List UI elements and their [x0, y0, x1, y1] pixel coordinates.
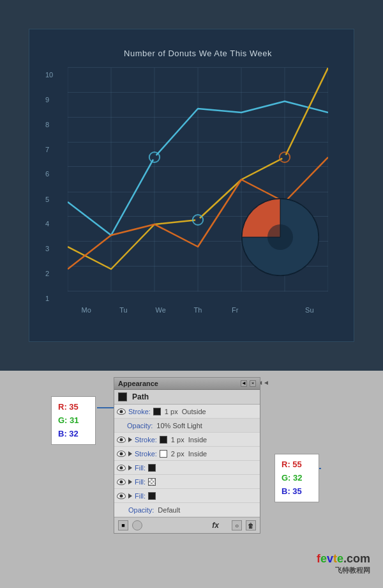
panel-title: Appearance [118, 380, 158, 387]
y-label-4: 4 [45, 220, 49, 228]
x-label-fr: Fr [216, 306, 253, 314]
fill-row-1: Fill: [114, 461, 260, 475]
svg-point-12 [282, 155, 287, 160]
toolbar-add-btn[interactable]: ○ [232, 520, 242, 530]
arrow-icon-5 [128, 479, 132, 484]
opacity-detail-1: 10% Soft Light [156, 422, 202, 429]
opacity-row-1: Opacity: 10% Soft Light [114, 419, 260, 433]
opacity-detail-2: Default [158, 506, 180, 514]
r-value-left: R: 35 [58, 401, 89, 414]
fill-row-3: Fill: [114, 489, 260, 503]
stroke-row-2: Stroke: 1 px Inside [114, 433, 260, 447]
stroke-label-2: Stroke: [135, 436, 157, 444]
stroke-swatch-2 [160, 436, 167, 444]
appearance-panel: Appearance ◄ × Path Stroke: 1 px Outside… [114, 377, 260, 534]
b-value-right: B: 35 [282, 485, 312, 499]
eye-icon-5[interactable] [117, 479, 126, 485]
panel-close-btn[interactable]: × [250, 380, 256, 387]
fill-label-2: Fill: [135, 478, 146, 486]
fill-swatch-1 [148, 464, 156, 472]
toolbar-delete-btn[interactable]: 🗑 [246, 520, 256, 530]
y-label-1: 1 [45, 295, 49, 302]
chart-area: 10 9 8 7 6 5 4 3 2 1 [68, 68, 328, 291]
x-label-mo: Mo [68, 306, 105, 314]
eye-icon-1[interactable] [117, 408, 126, 415]
arrow-icon-3 [128, 451, 132, 456]
stroke-label-3: Stroke: [135, 450, 157, 458]
chart-container: Number of Donuts We Ate This Week 10 9 8… [29, 29, 354, 342]
opacity-row-2: Opacity: Default [114, 503, 260, 517]
fill-row-2: Fill: [114, 475, 260, 489]
x-label-sa [253, 306, 290, 314]
panel-collapse-btn[interactable]: ◄ [241, 380, 247, 387]
eye-icon-4[interactable] [117, 465, 126, 471]
g-value-left: G: 31 [58, 414, 89, 428]
stroke-detail-2: 1 px Inside [171, 436, 207, 444]
stroke-swatch-1 [153, 408, 161, 415]
connector-line-left [97, 407, 115, 408]
eye-icon-6[interactable] [117, 493, 126, 499]
stroke-detail-1: 1 px Outside [165, 408, 206, 415]
r-value-right: R: 55 [282, 458, 312, 472]
opacity-label-1: Opacity: [127, 422, 153, 429]
panel-titlebar: Appearance ◄ × [114, 378, 260, 390]
svg-point-8 [152, 155, 157, 160]
fill-label-1: Fill: [135, 464, 146, 472]
toolbar-square-btn[interactable]: ■ [118, 520, 128, 530]
stroke-swatch-3 [160, 450, 167, 458]
fx-label[interactable]: fx [212, 521, 219, 530]
y-label-6: 6 [45, 170, 49, 178]
arrow-icon-6 [128, 493, 132, 499]
svg-point-14 [267, 224, 293, 250]
stroke-row-3: Stroke: 2 px Inside [114, 447, 260, 461]
y-label-9: 9 [45, 96, 49, 104]
watermark-site: fevte.com [317, 552, 370, 565]
x-label-th: Th [179, 306, 216, 314]
opacity-label-2: Opacity: [128, 506, 154, 514]
stroke-detail-3: 2 px Inside [171, 450, 207, 458]
fill-swatch-2 [148, 478, 156, 486]
x-label-tu: Tu [105, 306, 142, 314]
color-box-left: R: 35 G: 31 B: 32 [51, 396, 96, 445]
chart-title: Number of Donuts We Ate This Week [68, 49, 328, 58]
fill-swatch-3 [148, 492, 156, 500]
y-label-2: 2 [45, 270, 49, 277]
arrow-icon-2 [128, 437, 132, 442]
g-value-right: G: 32 [282, 472, 312, 485]
path-row: Path [114, 390, 260, 405]
stroke-label-1: Stroke: [128, 408, 151, 415]
path-label: Path [132, 392, 149, 401]
color-box-right: R: 55 G: 32 B: 35 [274, 454, 319, 502]
y-label-7: 7 [45, 146, 49, 153]
svg-point-10 [195, 217, 200, 222]
bottom-section: ◄◄ R: 35 G: 31 B: 32 R: 55 G: 32 B: 35 A… [0, 371, 383, 588]
y-label-5: 5 [45, 196, 49, 203]
x-labels: Mo Tu We Th Fr Su [68, 306, 328, 314]
x-label-su: Su [291, 306, 328, 314]
b-value-left: B: 32 [58, 428, 89, 441]
chart-section: Number of Donuts We Ate This Week 10 9 8… [0, 0, 383, 371]
y-label-8: 8 [45, 121, 49, 128]
toolbar-circle-btn[interactable] [132, 520, 142, 530]
eye-icon-3[interactable] [117, 451, 126, 457]
watermark: fevte.com 飞特教程网 [317, 552, 370, 575]
pie-chart-overlay [239, 196, 322, 279]
fill-label-3: Fill: [135, 492, 146, 500]
watermark-sub: 飞特教程网 [317, 566, 370, 575]
y-label-3: 3 [45, 245, 49, 252]
eye-icon-2[interactable] [117, 437, 126, 443]
panel-toolbar: ■ fx ○ 🗑 [114, 517, 260, 533]
panel-controls: ◄ × [241, 380, 256, 387]
arrow-icon-4 [128, 465, 132, 470]
stroke-row-1: Stroke: 1 px Outside [114, 405, 260, 419]
x-label-we: We [142, 306, 179, 314]
path-swatch [118, 392, 127, 401]
y-label-10: 10 [45, 71, 53, 79]
